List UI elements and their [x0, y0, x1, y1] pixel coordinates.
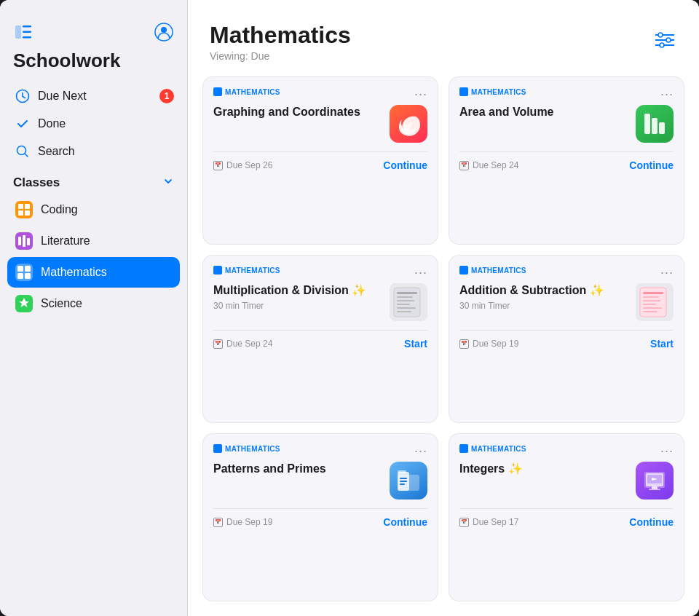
svg-rect-48: [400, 478, 407, 479]
doc-thumbnail: [390, 283, 427, 321]
card-subject: MATHEMATICS: [459, 87, 526, 96]
assignment-card-graphing[interactable]: MATHEMATICS ··· Graphing and Coordinates: [202, 76, 438, 245]
calendar-icon: 📅: [213, 518, 223, 527]
sidebar-item-literature[interactable]: Literature: [7, 226, 180, 256]
card-subtitle: 30 min Timer: [459, 301, 610, 311]
svg-rect-49: [400, 481, 407, 482]
card-body: Addition & Subtraction ✨ 30 min Timer: [459, 283, 674, 321]
svg-rect-40: [643, 292, 663, 294]
assignment-card-area-volume[interactable]: MATHEMATICS ··· Area and Volume: [449, 76, 684, 245]
svg-rect-8: [15, 201, 33, 218]
svg-point-26: [658, 33, 663, 37]
card-more-button[interactable]: ···: [660, 444, 674, 457]
calendar-icon: 📅: [213, 161, 223, 170]
card-action-button[interactable]: Start: [404, 338, 427, 350]
card-more-button[interactable]: ···: [414, 87, 427, 100]
card-due-date: 📅 Due Sep 17: [459, 517, 518, 527]
assignment-card-addition[interactable]: MATHEMATICS ··· Addition & Subtraction ✨…: [449, 255, 684, 423]
card-more-button[interactable]: ···: [660, 87, 674, 100]
sidebar-item-coding[interactable]: Coding: [7, 194, 180, 225]
card-top: MATHEMATICS ···: [459, 444, 674, 457]
classes-chevron-icon[interactable]: [162, 175, 174, 190]
card-text: Patterns and Primes: [213, 462, 332, 477]
main-content: Mathematics Viewing: Due: [188, 0, 699, 616]
main-header: Mathematics Viewing: Due: [188, 0, 699, 69]
assignment-card-integers[interactable]: MATHEMATICS ··· Integers ✨: [449, 433, 684, 601]
nav-search[interactable]: Search: [7, 138, 180, 165]
card-subject: MATHEMATICS: [213, 87, 280, 96]
app-title: Schoolwork: [0, 45, 187, 82]
card-due-date: 📅 Due Sep 19: [213, 517, 272, 527]
svg-rect-42: [643, 300, 660, 301]
card-action-button[interactable]: Continue: [383, 159, 427, 171]
sidebar-header: [0, 15, 187, 42]
card-more-button[interactable]: ···: [414, 266, 427, 279]
sidebar-nav: Due Next 1 Done Search: [0, 82, 187, 165]
card-top: MATHEMATICS ···: [213, 266, 427, 279]
svg-rect-9: [18, 204, 23, 209]
card-action-button[interactable]: Continue: [629, 159, 674, 171]
app-window: Schoolwork Due Next 1 Done: [0, 0, 699, 616]
literature-icon: [15, 232, 33, 250]
card-action-button[interactable]: Continue: [629, 516, 674, 528]
card-action-button[interactable]: Continue: [383, 516, 427, 528]
svg-rect-33: [397, 292, 417, 294]
svg-rect-10: [25, 204, 30, 209]
svg-rect-29: [644, 114, 650, 134]
card-body: Area and Volume: [459, 105, 674, 143]
svg-rect-3: [23, 36, 31, 39]
card-top: MATHEMATICS ···: [213, 87, 427, 100]
card-action-button[interactable]: Start: [650, 338, 674, 350]
card-text: Area and Volume: [459, 105, 560, 120]
nav-search-label: Search: [38, 145, 75, 158]
card-footer: 📅 Due Sep 24 Continue: [459, 151, 674, 178]
svg-rect-16: [27, 238, 30, 245]
calendar-icon: 📅: [459, 339, 469, 349]
svg-rect-44: [643, 307, 662, 309]
sidebar-item-science[interactable]: Science: [7, 288, 180, 319]
svg-rect-41: [643, 296, 659, 298]
calendar-icon: 📅: [213, 339, 223, 349]
doc-thumbnail2: [636, 283, 674, 321]
nav-done[interactable]: Done: [7, 110, 180, 138]
due-next-badge: 1: [159, 89, 174, 103]
card-more-button[interactable]: ···: [414, 444, 427, 457]
sidebar-toggle-button[interactable]: [13, 22, 33, 42]
card-text: Addition & Subtraction ✨ 30 min Timer: [459, 283, 610, 311]
card-more-button[interactable]: ···: [660, 266, 674, 279]
card-title: Graphing and Coordinates: [213, 105, 366, 120]
card-due-date: 📅 Due Sep 24: [459, 160, 518, 170]
card-due-date: 📅 Due Sep 19: [459, 339, 518, 349]
card-body: Patterns and Primes: [213, 462, 427, 499]
profile-button[interactable]: [154, 22, 174, 42]
assignments-grid: MATHEMATICS ··· Graphing and Coordinates: [188, 69, 699, 616]
card-text: Graphing and Coordinates: [213, 105, 366, 120]
assignment-card-multiplication[interactable]: MATHEMATICS ··· Multiplication & Divisio…: [202, 255, 438, 423]
card-footer: 📅 Due Sep 24 Start: [213, 330, 427, 357]
card-footer: 📅 Due Sep 26 Continue: [213, 151, 427, 178]
svg-rect-21: [25, 273, 31, 279]
sidebar-item-literature-label: Literature: [41, 234, 90, 248]
svg-rect-14: [18, 237, 21, 245]
assignment-card-patterns[interactable]: MATHEMATICS ··· Patterns and Primes: [202, 433, 438, 601]
svg-rect-50: [400, 483, 405, 485]
card-subject: MATHEMATICS: [459, 444, 526, 453]
svg-rect-51: [398, 470, 406, 473]
card-subject: MATHEMATICS: [459, 266, 526, 275]
card-body: Integers ✨: [459, 462, 674, 499]
card-title: Patterns and Primes: [213, 462, 332, 477]
nav-due-next[interactable]: Due Next 1: [7, 82, 180, 110]
card-text: Integers ✨: [459, 462, 529, 477]
filter-button[interactable]: [652, 28, 677, 52]
svg-rect-30: [652, 118, 657, 134]
card-footer: 📅 Due Sep 17 Continue: [459, 508, 674, 535]
card-top: MATHEMATICS ···: [213, 444, 427, 457]
svg-rect-34: [397, 296, 413, 298]
svg-rect-0: [15, 25, 21, 39]
checkmark-icon: [15, 116, 31, 132]
sidebar-item-mathematics[interactable]: Mathematics: [7, 257, 180, 288]
card-top: MATHEMATICS ···: [459, 87, 674, 100]
svg-rect-2: [23, 31, 31, 33]
card-title: Area and Volume: [459, 105, 560, 120]
science-icon: [15, 294, 33, 313]
